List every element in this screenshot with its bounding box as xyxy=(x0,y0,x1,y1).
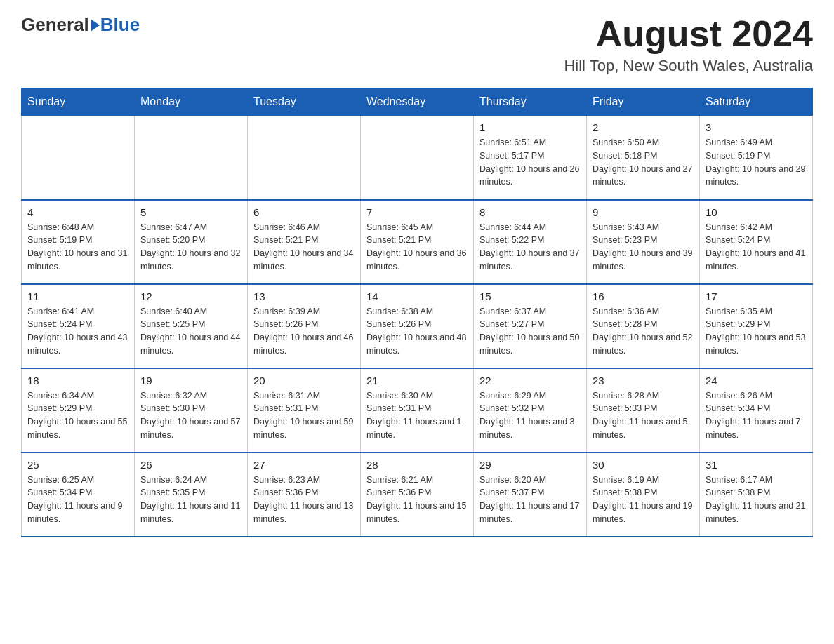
day-info: Sunrise: 6:44 AMSunset: 5:22 PMDaylight:… xyxy=(479,221,581,274)
day-info: Sunrise: 6:49 AMSunset: 5:19 PMDaylight:… xyxy=(706,136,807,189)
day-number: 9 xyxy=(593,206,694,218)
calendar-body: 1Sunrise: 6:51 AMSunset: 5:17 PMDaylight… xyxy=(22,116,813,537)
calendar-cell: 24Sunrise: 6:26 AMSunset: 5:34 PMDayligh… xyxy=(700,368,813,452)
day-info: Sunrise: 6:23 AMSunset: 5:36 PMDaylight:… xyxy=(253,474,355,526)
day-info: Sunrise: 6:41 AMSunset: 5:24 PMDaylight:… xyxy=(27,305,128,358)
location: Hill Top, New South Wales, Australia xyxy=(564,57,813,75)
day-info: Sunrise: 6:29 AMSunset: 5:32 PMDaylight:… xyxy=(479,389,581,442)
logo-general: General xyxy=(21,14,89,36)
calendar-table: Sunday Monday Tuesday Wednesday Thursday… xyxy=(21,88,813,537)
day-number: 12 xyxy=(140,290,241,302)
calendar-cell: 30Sunrise: 6:19 AMSunset: 5:38 PMDayligh… xyxy=(587,452,700,537)
calendar-cell: 10Sunrise: 6:42 AMSunset: 5:24 PMDayligh… xyxy=(700,200,813,284)
calendar-cell: 13Sunrise: 6:39 AMSunset: 5:26 PMDayligh… xyxy=(248,284,361,368)
calendar-cell: 14Sunrise: 6:38 AMSunset: 5:26 PMDayligh… xyxy=(361,284,474,368)
calendar-cell: 11Sunrise: 6:41 AMSunset: 5:24 PMDayligh… xyxy=(22,284,135,368)
day-number: 22 xyxy=(479,375,581,387)
col-saturday: Saturday xyxy=(700,88,813,116)
calendar-week-2: 4Sunrise: 6:48 AMSunset: 5:19 PMDaylight… xyxy=(22,200,813,284)
day-number: 13 xyxy=(253,290,355,302)
day-number: 31 xyxy=(706,459,807,471)
calendar-cell: 22Sunrise: 6:29 AMSunset: 5:32 PMDayligh… xyxy=(474,368,587,452)
logo-blue: Blue xyxy=(100,14,140,36)
col-wednesday: Wednesday xyxy=(361,88,474,116)
day-number: 30 xyxy=(593,459,694,471)
day-info: Sunrise: 6:30 AMSunset: 5:31 PMDaylight:… xyxy=(366,389,468,442)
day-info: Sunrise: 6:50 AMSunset: 5:18 PMDaylight:… xyxy=(593,136,694,189)
col-thursday: Thursday xyxy=(474,88,587,116)
calendar-cell: 3Sunrise: 6:49 AMSunset: 5:19 PMDaylight… xyxy=(700,116,813,200)
day-info: Sunrise: 6:48 AMSunset: 5:19 PMDaylight:… xyxy=(27,221,128,274)
calendar-cell: 31Sunrise: 6:17 AMSunset: 5:38 PMDayligh… xyxy=(700,452,813,537)
calendar-cell: 7Sunrise: 6:45 AMSunset: 5:21 PMDaylight… xyxy=(361,200,474,284)
day-info: Sunrise: 6:17 AMSunset: 5:38 PMDaylight:… xyxy=(706,474,807,526)
col-sunday: Sunday xyxy=(22,88,135,116)
day-info: Sunrise: 6:47 AMSunset: 5:20 PMDaylight:… xyxy=(140,221,241,274)
calendar-cell: 6Sunrise: 6:46 AMSunset: 5:21 PMDaylight… xyxy=(248,200,361,284)
calendar-cell: 12Sunrise: 6:40 AMSunset: 5:25 PMDayligh… xyxy=(135,284,248,368)
calendar-cell xyxy=(135,116,248,200)
day-info: Sunrise: 6:25 AMSunset: 5:34 PMDaylight:… xyxy=(27,474,128,526)
calendar-cell: 28Sunrise: 6:21 AMSunset: 5:36 PMDayligh… xyxy=(361,452,474,537)
header: General Blue August 2024 Hill Top, New S… xyxy=(21,14,813,75)
day-number: 19 xyxy=(140,375,241,387)
title-area: August 2024 Hill Top, New South Wales, A… xyxy=(564,14,813,75)
calendar-cell: 21Sunrise: 6:30 AMSunset: 5:31 PMDayligh… xyxy=(361,368,474,452)
calendar-cell: 18Sunrise: 6:34 AMSunset: 5:29 PMDayligh… xyxy=(22,368,135,452)
day-number: 7 xyxy=(366,206,468,218)
day-number: 29 xyxy=(479,459,581,471)
calendar-cell: 25Sunrise: 6:25 AMSunset: 5:34 PMDayligh… xyxy=(22,452,135,537)
day-number: 24 xyxy=(706,375,807,387)
calendar-cell: 8Sunrise: 6:44 AMSunset: 5:22 PMDaylight… xyxy=(474,200,587,284)
day-info: Sunrise: 6:34 AMSunset: 5:29 PMDaylight:… xyxy=(27,389,128,442)
day-number: 6 xyxy=(253,206,355,218)
day-number: 25 xyxy=(27,459,128,471)
day-number: 1 xyxy=(479,121,581,133)
day-info: Sunrise: 6:19 AMSunset: 5:38 PMDaylight:… xyxy=(593,474,694,526)
day-info: Sunrise: 6:43 AMSunset: 5:23 PMDaylight:… xyxy=(593,221,694,274)
day-number: 16 xyxy=(593,290,694,302)
calendar-cell: 20Sunrise: 6:31 AMSunset: 5:31 PMDayligh… xyxy=(248,368,361,452)
day-number: 27 xyxy=(253,459,355,471)
calendar-cell: 17Sunrise: 6:35 AMSunset: 5:29 PMDayligh… xyxy=(700,284,813,368)
day-number: 21 xyxy=(366,375,468,387)
calendar-cell xyxy=(361,116,474,200)
calendar-cell: 16Sunrise: 6:36 AMSunset: 5:28 PMDayligh… xyxy=(587,284,700,368)
calendar-cell: 27Sunrise: 6:23 AMSunset: 5:36 PMDayligh… xyxy=(248,452,361,537)
logo-text: General Blue xyxy=(21,14,140,36)
calendar-cell xyxy=(22,116,135,200)
calendar-week-4: 18Sunrise: 6:34 AMSunset: 5:29 PMDayligh… xyxy=(22,368,813,452)
calendar-cell: 5Sunrise: 6:47 AMSunset: 5:20 PMDaylight… xyxy=(135,200,248,284)
day-number: 26 xyxy=(140,459,241,471)
calendar-cell: 15Sunrise: 6:37 AMSunset: 5:27 PMDayligh… xyxy=(474,284,587,368)
calendar-cell xyxy=(248,116,361,200)
col-tuesday: Tuesday xyxy=(248,88,361,116)
day-number: 8 xyxy=(479,206,581,218)
day-info: Sunrise: 6:46 AMSunset: 5:21 PMDaylight:… xyxy=(253,221,355,274)
day-number: 10 xyxy=(706,206,807,218)
col-monday: Monday xyxy=(135,88,248,116)
header-row: Sunday Monday Tuesday Wednesday Thursday… xyxy=(22,88,813,116)
day-info: Sunrise: 6:26 AMSunset: 5:34 PMDaylight:… xyxy=(706,389,807,442)
day-number: 28 xyxy=(366,459,468,471)
day-info: Sunrise: 6:36 AMSunset: 5:28 PMDaylight:… xyxy=(593,305,694,358)
day-info: Sunrise: 6:51 AMSunset: 5:17 PMDaylight:… xyxy=(479,136,581,189)
day-info: Sunrise: 6:24 AMSunset: 5:35 PMDaylight:… xyxy=(140,474,241,526)
calendar-cell: 19Sunrise: 6:32 AMSunset: 5:30 PMDayligh… xyxy=(135,368,248,452)
day-number: 4 xyxy=(27,206,128,218)
calendar-cell: 9Sunrise: 6:43 AMSunset: 5:23 PMDaylight… xyxy=(587,200,700,284)
day-info: Sunrise: 6:39 AMSunset: 5:26 PMDaylight:… xyxy=(253,305,355,358)
calendar-week-1: 1Sunrise: 6:51 AMSunset: 5:17 PMDaylight… xyxy=(22,116,813,200)
day-number: 17 xyxy=(706,290,807,302)
logo: General Blue xyxy=(21,14,140,36)
calendar-cell: 1Sunrise: 6:51 AMSunset: 5:17 PMDaylight… xyxy=(474,116,587,200)
calendar-cell: 4Sunrise: 6:48 AMSunset: 5:19 PMDaylight… xyxy=(22,200,135,284)
col-friday: Friday xyxy=(587,88,700,116)
calendar-header: Sunday Monday Tuesday Wednesday Thursday… xyxy=(22,88,813,116)
day-info: Sunrise: 6:42 AMSunset: 5:24 PMDaylight:… xyxy=(706,221,807,274)
day-number: 23 xyxy=(593,375,694,387)
logo-arrow-icon xyxy=(91,19,100,32)
day-number: 14 xyxy=(366,290,468,302)
calendar-cell: 26Sunrise: 6:24 AMSunset: 5:35 PMDayligh… xyxy=(135,452,248,537)
day-info: Sunrise: 6:32 AMSunset: 5:30 PMDaylight:… xyxy=(140,389,241,442)
